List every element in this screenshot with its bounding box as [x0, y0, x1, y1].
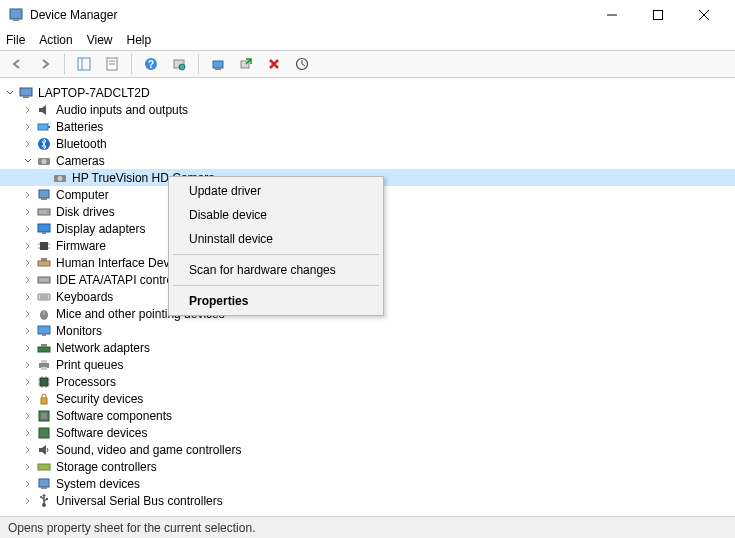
context-properties[interactable]: Properties [171, 289, 381, 313]
expander-icon[interactable] [22, 308, 34, 320]
expander-icon[interactable] [22, 444, 34, 456]
expander-icon[interactable] [22, 240, 34, 252]
window-title: Device Manager [30, 8, 589, 22]
expander-icon[interactable] [22, 138, 34, 150]
expander-icon[interactable] [22, 189, 34, 201]
storage-icon [36, 459, 52, 475]
close-button[interactable] [681, 0, 727, 30]
expander-icon[interactable] [22, 461, 34, 473]
expander-icon[interactable] [22, 257, 34, 269]
pc-icon [36, 187, 52, 203]
context-menu: Update driver Disable device Uninstall d… [168, 176, 384, 316]
menu-view[interactable]: View [87, 33, 113, 47]
disk-icon [36, 204, 52, 220]
svg-rect-21 [38, 124, 48, 130]
scan-changes-button[interactable] [291, 53, 313, 75]
expander-icon[interactable] [22, 121, 34, 133]
root-label: LAPTOP-7ADCLT2D [38, 86, 150, 100]
maximize-button[interactable] [635, 0, 681, 30]
computer-icon [18, 85, 34, 101]
svg-rect-16 [215, 68, 221, 70]
svg-rect-32 [38, 224, 50, 232]
help-button[interactable]: ? [140, 53, 162, 75]
disable-device-button[interactable] [235, 53, 257, 75]
svg-rect-73 [46, 498, 48, 500]
properties-button[interactable] [101, 53, 123, 75]
minimize-button[interactable] [589, 0, 635, 30]
uninstall-device-button[interactable] [263, 53, 285, 75]
tree-item-softcomp[interactable]: Software components [0, 407, 735, 424]
svg-point-25 [42, 159, 47, 164]
context-scan-hardware[interactable]: Scan for hardware changes [171, 258, 381, 282]
expander-icon[interactable] [22, 342, 34, 354]
speaker-icon [36, 102, 52, 118]
svg-rect-0 [10, 9, 22, 19]
tree-item-usb[interactable]: Universal Serial Bus controllers [0, 492, 735, 509]
expander-icon[interactable] [4, 87, 16, 99]
expander-icon[interactable] [22, 376, 34, 388]
expander-expanded-icon[interactable] [22, 155, 34, 167]
svg-rect-42 [38, 294, 50, 300]
svg-rect-40 [41, 258, 47, 261]
forward-button[interactable] [34, 53, 56, 75]
camera-icon [52, 170, 68, 186]
tree-item-system[interactable]: System devices [0, 475, 735, 492]
svg-rect-6 [78, 58, 90, 70]
tree-item-security[interactable]: Security devices [0, 390, 735, 407]
tree-item-storage[interactable]: Storage controllers [0, 458, 735, 475]
monitor-icon [36, 323, 52, 339]
expander-icon[interactable] [22, 393, 34, 405]
tree-item-cameras[interactable]: Cameras [0, 152, 735, 169]
network-icon [36, 340, 52, 356]
tree-item-processors[interactable]: Processors [0, 373, 735, 390]
menu-file[interactable]: File [6, 33, 25, 47]
display-icon [36, 221, 52, 237]
svg-rect-66 [39, 428, 49, 438]
svg-rect-33 [42, 232, 46, 234]
tree-item-bluetooth[interactable]: Bluetooth [0, 135, 735, 152]
svg-rect-41 [38, 277, 50, 283]
tree-item-audio[interactable]: Audio inputs and outputs [0, 101, 735, 118]
back-button[interactable] [6, 53, 28, 75]
svg-rect-1 [13, 19, 19, 21]
title-bar: Device Manager [0, 0, 735, 30]
expander-icon[interactable] [22, 274, 34, 286]
tree-item-sound[interactable]: Sound, video and game controllers [0, 441, 735, 458]
tree-item-softdev[interactable]: Software devices [0, 424, 735, 441]
svg-rect-49 [38, 347, 50, 352]
svg-rect-15 [213, 61, 223, 68]
printer-icon [36, 357, 52, 373]
update-driver-button[interactable] [207, 53, 229, 75]
status-text: Opens property sheet for the current sel… [8, 521, 255, 535]
tree-item-batteries[interactable]: Batteries [0, 118, 735, 135]
menu-separator [173, 254, 379, 255]
tree-root[interactable]: LAPTOP-7ADCLT2D [0, 84, 735, 101]
expander-icon[interactable] [22, 104, 34, 116]
expander-icon[interactable] [22, 206, 34, 218]
svg-rect-69 [41, 487, 47, 489]
expander-icon[interactable] [22, 325, 34, 337]
expander-icon[interactable] [22, 223, 34, 235]
menu-separator [173, 285, 379, 286]
menu-action[interactable]: Action [39, 33, 72, 47]
menu-help[interactable]: Help [127, 33, 152, 47]
tree-item-print[interactable]: Print queues [0, 356, 735, 373]
svg-point-14 [179, 64, 185, 70]
context-disable-device[interactable]: Disable device [171, 203, 381, 227]
context-update-driver[interactable]: Update driver [171, 179, 381, 203]
context-uninstall-device[interactable]: Uninstall device [171, 227, 381, 251]
expander-icon[interactable] [22, 291, 34, 303]
svg-rect-53 [41, 367, 47, 370]
tree-item-network[interactable]: Network adapters [0, 339, 735, 356]
expander-icon[interactable] [22, 495, 34, 507]
usb-icon [36, 493, 52, 509]
scan-hardware-button[interactable] [168, 53, 190, 75]
show-hide-tree-button[interactable] [73, 53, 95, 75]
expander-icon[interactable] [22, 359, 34, 371]
expander-icon[interactable] [22, 410, 34, 422]
expander-icon[interactable] [22, 478, 34, 490]
svg-rect-19 [20, 88, 32, 96]
tree-item-monitors[interactable]: Monitors [0, 322, 735, 339]
expander-icon[interactable] [22, 427, 34, 439]
svg-text:?: ? [148, 59, 154, 70]
